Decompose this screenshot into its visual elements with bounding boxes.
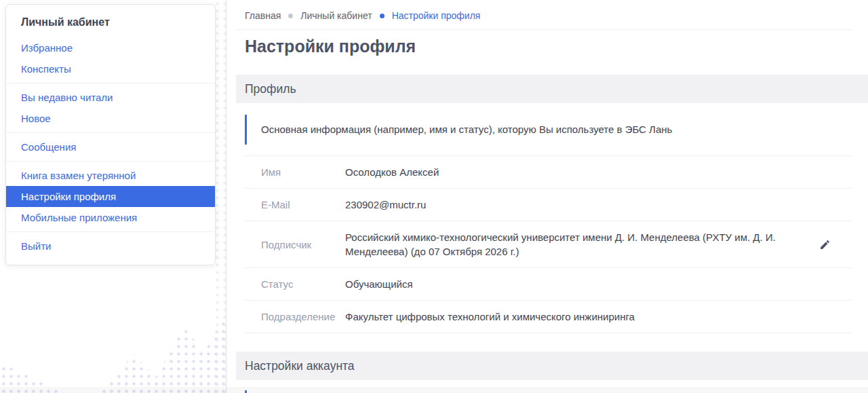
breadcrumb-current-page: Настройки профиля [392,10,481,21]
profile-settings-page: Личный кабинет Избранное Конспекты Вы не… [0,0,868,393]
account-section-header: Настройки аккаунта [236,352,868,380]
row-value: Обучающийся [345,277,783,291]
sidebar: Личный кабинет Избранное Конспекты Вы не… [5,4,216,265]
profile-info-note: Основная информация (например, имя и ста… [245,115,852,145]
sidebar-group-settings: Книга взамен утерянной Настройки профиля… [6,161,215,231]
sidebar-item-mobile-apps[interactable]: Мобильные приложения [6,207,215,228]
breadcrumb-separator-dot-active [380,14,384,18]
bottom-edge-strip [0,387,868,393]
breadcrumb: Главная Личный кабинет Настройки профиля [236,0,852,30]
profile-table: Имя Осолодков Алексей E-Mail 230902@muct… [245,155,852,333]
sidebar-item-messages[interactable]: Сообщения [6,136,215,157]
row-value: Российский химико-технологический универ… [345,230,783,259]
profile-row-department: Подразделение Факультет цифровых техноло… [245,301,852,333]
sidebar-item-new[interactable]: Новое [6,108,215,129]
sidebar-item-lost-book-replacement[interactable]: Книга взамен утерянной [6,165,215,186]
edit-subscriber-button[interactable] [810,233,840,256]
profile-row-email: E-Mail 230902@muctr.ru [245,189,852,221]
dot-pattern-mountain [100,305,226,393]
breadcrumb-separator-dot [288,14,293,18]
row-label: E-Mail [245,199,345,210]
profile-row-name: Имя Осолодков Алексей [245,156,852,189]
sidebar-item-favorites[interactable]: Избранное [6,37,215,58]
row-value: Осолодков Алексей [345,165,783,179]
main-content: Главная Личный кабинет Настройки профиля… [226,0,868,393]
breadcrumb-personal-cabinet-link[interactable]: Личный кабинет [300,10,372,21]
row-value: 230902@muctr.ru [345,198,783,212]
page-title: Настройки профиля [245,36,852,56]
row-label: Имя [245,166,345,178]
sidebar-group-reading: Вы недавно читали Новое [6,83,215,132]
sidebar-group-content: Избранное Конспекты [6,36,215,83]
profile-row-subscriber: Подписчик Российский химико-технологичес… [245,221,852,268]
profile-row-status: Статус Обучающийся [245,268,852,301]
row-label: Подписчик [245,239,345,250]
sidebar-item-logout[interactable]: Выйти [6,236,215,257]
sidebar-group-messages: Сообщения [6,132,215,161]
row-value: Факультет цифровых технологий и химическ… [345,310,783,324]
edit-pencil-icon [819,239,831,250]
breadcrumb-home-link[interactable]: Главная [245,10,281,21]
profile-section-header: Профиль [236,75,868,103]
row-label: Статус [245,278,345,290]
row-label: Подразделение [245,311,345,322]
sidebar-item-recently-read[interactable]: Вы недавно читали [6,87,215,108]
sidebar-item-notes[interactable]: Конспекты [6,58,215,79]
sidebar-title: Личный кабинет [6,5,215,36]
sidebar-group-logout: Выйти [6,231,215,260]
sidebar-item-profile-settings[interactable]: Настройки профиля [6,186,215,207]
